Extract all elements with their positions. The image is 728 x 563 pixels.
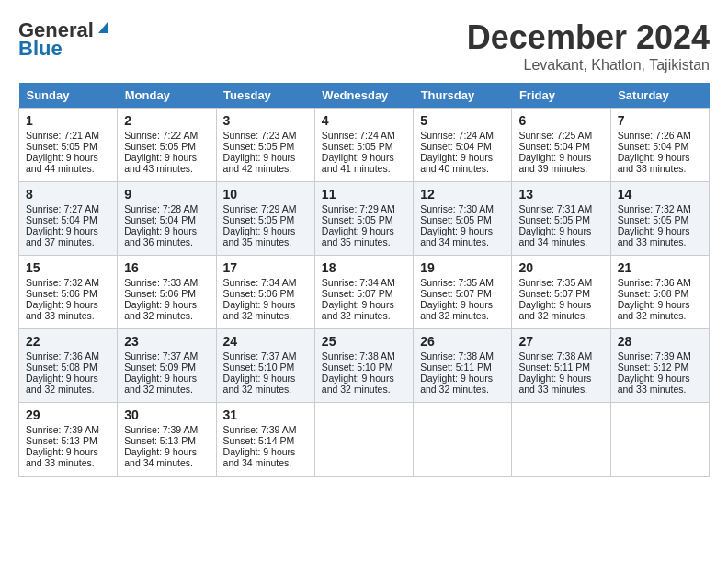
table-row: 19 Sunrise: 7:35 AM Sunset: 5:07 PM Dayl… bbox=[414, 256, 512, 329]
sunrise-text: Sunrise: 7:35 AM bbox=[420, 277, 505, 288]
calendar-week-row: 15 Sunrise: 7:32 AM Sunset: 5:06 PM Dayl… bbox=[19, 256, 710, 329]
sunset-text: Sunset: 5:08 PM bbox=[26, 362, 110, 373]
sunset-text: Sunset: 5:10 PM bbox=[223, 362, 308, 373]
table-row bbox=[414, 403, 512, 477]
daylight-text: Daylight: 9 hours and 44 minutes. bbox=[26, 152, 110, 174]
daylight-text: Daylight: 9 hours and 34 minutes. bbox=[124, 446, 209, 468]
sunset-text: Sunset: 5:07 PM bbox=[518, 288, 603, 299]
sunrise-text: Sunrise: 7:38 AM bbox=[322, 350, 406, 362]
sunrise-text: Sunrise: 7:39 AM bbox=[618, 350, 702, 362]
sunset-text: Sunset: 5:05 PM bbox=[618, 214, 702, 225]
sunset-text: Sunset: 5:08 PM bbox=[618, 288, 702, 299]
day-number: 22 bbox=[26, 334, 110, 349]
calendar-week-row: 1 Sunrise: 7:21 AM Sunset: 5:05 PM Dayli… bbox=[19, 109, 710, 182]
daylight-text: Daylight: 9 hours and 32 minutes. bbox=[124, 373, 209, 395]
day-number: 15 bbox=[26, 260, 110, 275]
sunrise-text: Sunrise: 7:28 AM bbox=[124, 203, 209, 214]
daylight-text: Daylight: 9 hours and 32 minutes. bbox=[420, 299, 505, 321]
sunrise-text: Sunrise: 7:29 AM bbox=[322, 203, 406, 214]
calendar-table: Sunday Monday Tuesday Wednesday Thursday… bbox=[18, 83, 710, 477]
table-row: 16 Sunrise: 7:33 AM Sunset: 5:06 PM Dayl… bbox=[118, 256, 216, 329]
day-number: 25 bbox=[322, 334, 406, 349]
day-number: 1 bbox=[26, 113, 110, 128]
sunset-text: Sunset: 5:11 PM bbox=[420, 362, 505, 373]
table-row bbox=[610, 403, 709, 477]
sunset-text: Sunset: 5:13 PM bbox=[124, 435, 209, 446]
sunset-text: Sunset: 5:05 PM bbox=[124, 141, 209, 152]
sunrise-text: Sunrise: 7:39 AM bbox=[223, 424, 308, 435]
daylight-text: Daylight: 9 hours and 37 minutes. bbox=[26, 225, 110, 247]
sunset-text: Sunset: 5:05 PM bbox=[322, 214, 406, 225]
col-tuesday: Tuesday bbox=[216, 83, 314, 109]
day-number: 23 bbox=[124, 334, 209, 349]
sunrise-text: Sunrise: 7:32 AM bbox=[618, 203, 702, 214]
daylight-text: Daylight: 9 hours and 34 minutes. bbox=[420, 225, 505, 247]
table-row: 17 Sunrise: 7:34 AM Sunset: 5:06 PM Dayl… bbox=[216, 256, 314, 329]
sunrise-text: Sunrise: 7:35 AM bbox=[518, 277, 603, 288]
daylight-text: Daylight: 9 hours and 35 minutes. bbox=[322, 225, 406, 247]
page-header: General Blue December 2024 Levakant, Kha… bbox=[18, 18, 710, 74]
daylight-text: Daylight: 9 hours and 32 minutes. bbox=[618, 299, 702, 321]
day-number: 3 bbox=[223, 113, 308, 128]
table-row: 9 Sunrise: 7:28 AM Sunset: 5:04 PM Dayli… bbox=[118, 182, 216, 256]
sunset-text: Sunset: 5:07 PM bbox=[322, 288, 406, 299]
day-number: 8 bbox=[26, 187, 110, 201]
daylight-text: Daylight: 9 hours and 41 minutes. bbox=[322, 152, 406, 174]
table-row: 7 Sunrise: 7:26 AM Sunset: 5:04 PM Dayli… bbox=[610, 109, 709, 182]
table-row: 6 Sunrise: 7:25 AM Sunset: 5:04 PM Dayli… bbox=[512, 109, 610, 182]
sunset-text: Sunset: 5:05 PM bbox=[322, 141, 406, 152]
table-row: 23 Sunrise: 7:37 AM Sunset: 5:09 PM Dayl… bbox=[118, 329, 216, 403]
daylight-text: Daylight: 9 hours and 33 minutes. bbox=[618, 225, 702, 247]
month-title: December 2024 bbox=[467, 18, 710, 57]
sunset-text: Sunset: 5:06 PM bbox=[124, 288, 209, 299]
sunset-text: Sunset: 5:12 PM bbox=[618, 362, 702, 373]
logo-arrow-icon bbox=[95, 18, 111, 39]
day-number: 31 bbox=[223, 408, 308, 422]
table-row: 29 Sunrise: 7:39 AM Sunset: 5:13 PM Dayl… bbox=[19, 403, 118, 477]
calendar-header-row: Sunday Monday Tuesday Wednesday Thursday… bbox=[19, 83, 710, 109]
day-number: 5 bbox=[420, 113, 505, 128]
sunrise-text: Sunrise: 7:29 AM bbox=[223, 203, 308, 214]
day-number: 27 bbox=[518, 334, 603, 349]
sunset-text: Sunset: 5:05 PM bbox=[26, 141, 110, 152]
table-row: 25 Sunrise: 7:38 AM Sunset: 5:10 PM Dayl… bbox=[314, 329, 413, 403]
day-number: 19 bbox=[420, 260, 505, 275]
sunrise-text: Sunrise: 7:38 AM bbox=[518, 350, 603, 362]
sunrise-text: Sunrise: 7:27 AM bbox=[26, 203, 110, 214]
day-number: 10 bbox=[223, 187, 308, 201]
sunrise-text: Sunrise: 7:31 AM bbox=[518, 203, 603, 214]
daylight-text: Daylight: 9 hours and 39 minutes. bbox=[518, 152, 603, 174]
day-number: 30 bbox=[124, 408, 209, 422]
sunrise-text: Sunrise: 7:37 AM bbox=[124, 350, 209, 362]
daylight-text: Daylight: 9 hours and 34 minutes. bbox=[518, 225, 603, 247]
daylight-text: Daylight: 9 hours and 32 minutes. bbox=[420, 373, 505, 395]
sunset-text: Sunset: 5:05 PM bbox=[518, 214, 603, 225]
sunset-text: Sunset: 5:13 PM bbox=[26, 435, 110, 446]
sunset-text: Sunset: 5:04 PM bbox=[518, 141, 603, 152]
daylight-text: Daylight: 9 hours and 35 minutes. bbox=[223, 225, 308, 247]
sunset-text: Sunset: 5:04 PM bbox=[26, 214, 110, 225]
table-row: 30 Sunrise: 7:39 AM Sunset: 5:13 PM Dayl… bbox=[118, 403, 216, 477]
table-row: 14 Sunrise: 7:32 AM Sunset: 5:05 PM Dayl… bbox=[610, 182, 709, 256]
sunset-text: Sunset: 5:09 PM bbox=[124, 362, 209, 373]
daylight-text: Daylight: 9 hours and 32 minutes. bbox=[223, 299, 308, 321]
day-number: 4 bbox=[322, 113, 406, 128]
table-row: 15 Sunrise: 7:32 AM Sunset: 5:06 PM Dayl… bbox=[19, 256, 118, 329]
sunrise-text: Sunrise: 7:26 AM bbox=[618, 130, 702, 141]
table-row bbox=[512, 403, 610, 477]
location-title: Levakant, Khatlon, Tajikistan bbox=[467, 57, 710, 74]
table-row: 22 Sunrise: 7:36 AM Sunset: 5:08 PM Dayl… bbox=[19, 329, 118, 403]
daylight-text: Daylight: 9 hours and 32 minutes. bbox=[223, 373, 308, 395]
table-row: 4 Sunrise: 7:24 AM Sunset: 5:05 PM Dayli… bbox=[314, 109, 413, 182]
sunset-text: Sunset: 5:07 PM bbox=[420, 288, 505, 299]
table-row: 1 Sunrise: 7:21 AM Sunset: 5:05 PM Dayli… bbox=[19, 109, 118, 182]
table-row: 2 Sunrise: 7:22 AM Sunset: 5:05 PM Dayli… bbox=[118, 109, 216, 182]
sunrise-text: Sunrise: 7:36 AM bbox=[618, 277, 702, 288]
table-row: 21 Sunrise: 7:36 AM Sunset: 5:08 PM Dayl… bbox=[610, 256, 709, 329]
sunrise-text: Sunrise: 7:21 AM bbox=[26, 130, 110, 141]
sunrise-text: Sunrise: 7:34 AM bbox=[322, 277, 406, 288]
day-number: 2 bbox=[124, 113, 209, 128]
daylight-text: Daylight: 9 hours and 32 minutes. bbox=[322, 373, 406, 395]
daylight-text: Daylight: 9 hours and 36 minutes. bbox=[124, 225, 209, 247]
day-number: 24 bbox=[223, 334, 308, 349]
